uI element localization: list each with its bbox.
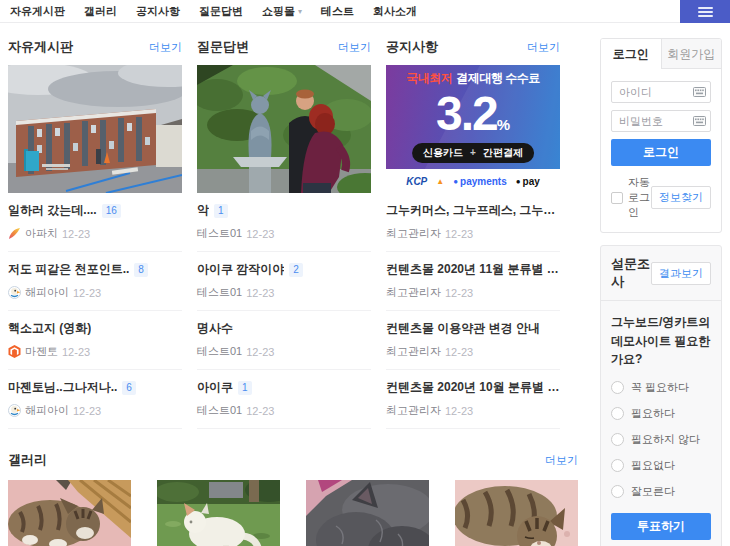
post-link[interactable]: 저도 피같은 천포인트.. 8 [8, 261, 182, 278]
radio-icon[interactable] [611, 485, 624, 498]
sidebar: 로그인 회원가입 로그인 자동로그인 정 [600, 38, 722, 546]
post-date: 12-23 [73, 405, 101, 417]
post-date: 12-23 [62, 346, 90, 358]
radio-icon[interactable] [611, 407, 624, 420]
post-date: 12-23 [246, 228, 274, 240]
poll-option[interactable]: 꼭 필요하다 [611, 380, 711, 395]
comment-count-badge: 8 [134, 263, 148, 277]
poll-option[interactable]: 필요하다 [611, 406, 711, 421]
post-link[interactable]: 그누커머스, 그누프레스, 그누페이 공식지원... [386, 202, 560, 219]
poll-results-button[interactable]: 결과보기 [651, 262, 711, 285]
board-notice: 공지사항 더보기 국내최저결제대행 수수료 3.2% 신용카드+간편결제 KCP… [386, 38, 560, 429]
post-row: 그누커머스, 그누프레스, 그누페이 공식지원... 최고관리자 12-23 [386, 193, 560, 252]
post-row: 저도 피같은 천포인트.. 8 해피아이 12-23 [8, 252, 182, 311]
nav-item-shop[interactable]: 쇼핑몰▾ [262, 4, 302, 19]
payment-ad-banner[interactable]: 국내최저결제대행 수수료 3.2% 신용카드+간편결제 KCP ▲ ●payme… [386, 65, 560, 193]
board-qna-more-link[interactable]: 더보기 [338, 40, 371, 55]
radio-icon[interactable] [611, 433, 624, 446]
poll-option[interactable]: 필요하지 않다 [611, 432, 711, 447]
post-author[interactable]: 테스트01 [197, 226, 242, 241]
gallery-title: 갤러리 [8, 451, 47, 469]
gallery-thumbnail[interactable] [455, 480, 578, 546]
post-row: 핵소고지 (영화) 마젠토 12-23 [8, 311, 182, 370]
board-free-thumbnail[interactable] [8, 65, 182, 193]
post-author[interactable]: 마젠토 [25, 344, 58, 359]
post-link[interactable]: 악 1 [197, 202, 371, 219]
post-author[interactable]: 최고관리자 [386, 344, 441, 359]
dot-icon: ● [453, 177, 458, 186]
virtual-keyboard-icon[interactable] [693, 87, 706, 97]
post-date: 12-23 [73, 287, 101, 299]
gallery-item: 간만의 봉자 소식 3 묵공 12-23 [455, 480, 578, 546]
login-button[interactable]: 로그인 [611, 139, 711, 166]
radio-icon[interactable] [611, 459, 624, 472]
post-date: 12-23 [445, 228, 473, 240]
banner-pill: 신용카드+간편결제 [412, 143, 534, 163]
top-navigation: 자유게시판 갤러리 공지사항 질문답변 쇼핑몰▾ 테스트 회사소개 [0, 0, 730, 23]
post-link[interactable]: 컨텐츠몰 이용약관 변경 안내 [386, 320, 560, 337]
nav-item-free-board[interactable]: 자유게시판 [10, 4, 65, 19]
kcp-logo: KCP [406, 176, 427, 187]
post-author[interactable]: 테스트01 [197, 403, 242, 418]
virtual-keyboard-icon[interactable] [693, 116, 706, 126]
post-link[interactable]: 아이쿠 깜작이야 2 [197, 261, 371, 278]
post-link[interactable]: 일하러 갔는데.... 16 [8, 202, 182, 219]
tab-join[interactable]: 회원가입 [662, 39, 722, 69]
auto-login-checkbox[interactable]: 자동로그인 [611, 175, 651, 220]
gray-cat-closeup [306, 480, 429, 546]
board-qna: 질문답변 더보기 [197, 38, 371, 429]
gallery-more-link[interactable]: 더보기 [545, 453, 578, 468]
post-author[interactable]: 테스트01 [197, 344, 242, 359]
gallery-item: 안녕! 하는 예절냥 3 묵공 12-23 [157, 480, 280, 546]
poll-option[interactable]: 잘모른다 [611, 484, 711, 499]
post-author[interactable]: 아파치 [25, 226, 58, 241]
dot-icon: ● [516, 177, 521, 186]
gallery-thumbnail[interactable] [306, 480, 429, 546]
post-link[interactable]: 핵소고지 (영화) [8, 320, 182, 337]
board-free-more-link[interactable]: 더보기 [149, 40, 182, 55]
board-qna-thumbnail[interactable] [197, 65, 371, 193]
post-link[interactable]: 아이쿠 1 [197, 379, 371, 396]
post-date: 12-23 [445, 287, 473, 299]
post-author[interactable]: 해피아이 [25, 285, 69, 300]
board-free: 자유게시판 더보기 [8, 38, 182, 429]
tab-login[interactable]: 로그인 [601, 39, 662, 69]
post-row: 마젠토님..그나저나.. 6 해피아이 12-23 [8, 370, 182, 429]
post-author[interactable]: 최고관리자 [386, 285, 441, 300]
gallery-thumbnail[interactable] [157, 480, 280, 546]
post-author[interactable]: 최고관리자 [386, 226, 441, 241]
duck-avatar-icon [8, 286, 21, 299]
nav-item-company[interactable]: 회사소개 [373, 4, 417, 19]
post-date: 12-23 [246, 346, 274, 358]
post-link[interactable]: 명사수 [197, 320, 371, 337]
gallery-thumbnail[interactable] [8, 480, 131, 546]
board-notice-more-link[interactable]: 더보기 [527, 40, 560, 55]
poll-option[interactable]: 필요없다 [611, 458, 711, 473]
post-row: 컨텐츠몰 이용약관 변경 안내 최고관리자 12-23 [386, 311, 560, 370]
menu-button[interactable] [680, 0, 730, 23]
post-author[interactable]: 테스트01 [197, 285, 242, 300]
find-info-button[interactable]: 정보찾기 [651, 186, 711, 209]
post-author[interactable]: 해피아이 [25, 403, 69, 418]
radio-icon[interactable] [611, 381, 624, 394]
vote-button[interactable]: 투표하기 [611, 513, 711, 540]
nav-item-qna[interactable]: 질문답변 [199, 4, 243, 19]
nav-item-test[interactable]: 테스트 [321, 4, 354, 19]
nav-item-gallery[interactable]: 갤러리 [84, 4, 117, 19]
payments-logo: ●payments [453, 176, 507, 187]
banner-headline: 국내최저결제대행 수수료 [386, 65, 560, 87]
post-row: 아이쿠 깜작이야 2 테스트01 12-23 [197, 252, 371, 311]
comment-count-badge: 2 [289, 263, 303, 277]
post-link[interactable]: 마젠토님..그나저나.. 6 [8, 379, 182, 396]
checkbox-icon[interactable] [611, 192, 623, 204]
post-link[interactable]: 컨텐츠몰 2020년 10월 분류별 판매현황 [386, 379, 560, 396]
post-author[interactable]: 최고관리자 [386, 403, 441, 418]
board-qna-title: 질문답변 [197, 38, 249, 56]
nav-item-notice[interactable]: 공지사항 [136, 4, 180, 19]
poll-box: 설문조사 결과보기 그누보드/영카트의 데모사이트 필요한가요? 꼭 필요하다 … [600, 245, 722, 546]
post-link[interactable]: 컨텐츠몰 2020년 11월 분류별 판매현황 [386, 261, 560, 278]
login-box: 로그인 회원가입 로그인 자동로그인 정 [600, 38, 722, 233]
tabby-cat-curled-pink-blanket [455, 480, 578, 546]
gallery-section: 갤러리 더보기 [8, 451, 578, 546]
duck-avatar-icon [8, 404, 21, 417]
